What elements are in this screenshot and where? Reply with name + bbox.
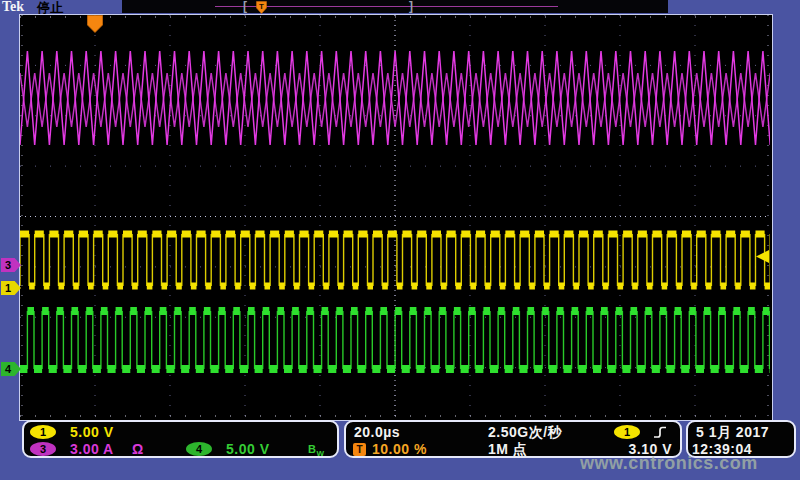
trigger-shield-icon [87,15,103,33]
ch4-bandwidth-icon: BW [308,443,325,458]
record-view: [ ] T [122,0,668,13]
header-bar: Tek 停止 [ ] T [0,0,800,14]
ch1-scale-readout: 5.00 V [70,424,113,440]
ch4-scale-readout: 5.00 V [226,441,269,457]
record-window-left-bracket: [ [243,0,247,13]
trigger-position-marker: T [87,15,103,33]
record-view-trigger-icon: T [256,0,267,13]
record-window-right-bracket: ] [409,0,413,13]
ch4-badge: 4 [186,442,212,456]
trigger-position-readout: 10.00 % [372,441,427,457]
channel-readout-box: 1 5.00 V 3 3.00 A Ω 4 5.00 V BW [22,420,339,458]
timebase-readout: 20.0µs [354,424,400,440]
trigger-shield-icon: T [256,1,267,14]
ch3-coupling-ohm-icon: Ω [132,441,144,457]
record-length-readout: 1M 点 [488,441,527,459]
ch4-ground-marker: 4 [1,362,21,376]
date-readout: 5 1月 2017 [696,424,769,442]
ch3-badge: 3 [30,442,56,456]
trigger-source-badge: 1 [614,425,640,439]
ch1-ground-marker: 1 [1,281,21,295]
watermark-text: www.cntronics.com [580,453,758,474]
ch1-badge: 1 [30,425,56,439]
waveform-display [19,14,773,421]
ch3-scale-readout: 3.00 A [70,441,114,457]
svg-text:T: T [259,2,264,11]
rising-edge-icon [652,425,668,440]
trigger-position-badge-icon: T [353,443,366,456]
waveform-svg [20,15,770,418]
sample-rate-readout: 2.50G次/秒 [488,424,562,442]
ch3-ground-marker: 3 [1,258,21,272]
brand-logo: Tek [2,0,24,15]
